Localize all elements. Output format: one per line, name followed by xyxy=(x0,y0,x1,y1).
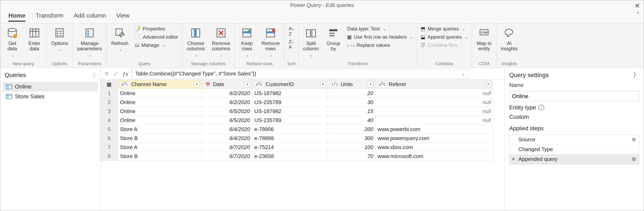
group-by-button[interactable]: Group by xyxy=(324,26,342,52)
split-column-button[interactable]: Split column⌄ xyxy=(302,26,320,58)
cell-date[interactable]: 6/4/2020 xyxy=(202,134,252,143)
row-number[interactable]: 3 xyxy=(100,107,118,116)
cell-referer[interactable]: www.microsoft.com xyxy=(376,152,493,161)
gear-icon[interactable]: ⚙ xyxy=(632,137,636,142)
cell-referer[interactable]: www.powerquery.com xyxy=(376,134,493,143)
cell-referer[interactable]: null xyxy=(376,89,493,98)
row-number[interactable]: 2 xyxy=(100,98,118,107)
properties-button[interactable]: 📝Properties xyxy=(134,26,179,32)
info-icon[interactable]: i xyxy=(538,105,544,110)
step-source[interactable]: Source ⚙ xyxy=(510,135,639,144)
ai-insights-button[interactable]: AI insights xyxy=(499,26,519,52)
row-number[interactable]: 6 xyxy=(100,134,118,143)
cell-customer-id[interactable]: e-23658 xyxy=(252,152,328,161)
cell-units[interactable]: 300 xyxy=(328,134,376,143)
table-row[interactable]: 8Store B6/7/2020e-2365870www.microsoft.c… xyxy=(100,152,493,161)
cell-units[interactable]: 40 xyxy=(328,116,376,125)
tab-view[interactable]: View xyxy=(116,12,129,22)
cell-date[interactable]: 6/7/2020 xyxy=(202,143,252,152)
expand-settings-icon[interactable]: 〉 xyxy=(633,71,639,79)
cell-customer-id[interactable]: e-75214 xyxy=(252,143,328,152)
merge-queries-button[interactable]: ⬒Merge queries⌄ xyxy=(420,26,469,32)
cell-customer-id[interactable]: e-78899 xyxy=(252,134,328,143)
filter-icon[interactable]: ▾ xyxy=(368,82,373,87)
row-number[interactable]: 1 xyxy=(100,89,118,98)
formula-dropdown-icon[interactable]: ⌄ xyxy=(462,71,465,76)
filter-icon[interactable]: ▾ xyxy=(194,82,200,87)
step-changed-type[interactable]: Changed Type xyxy=(510,144,639,154)
query-item-online[interactable]: Online xyxy=(3,82,98,92)
choose-columns-button[interactable]: Choose columns⌄ xyxy=(185,26,206,58)
column-header-referer[interactable]: ABC Referer▾ xyxy=(376,80,493,89)
replace-values-button[interactable]: ₁→₂Replace values xyxy=(346,42,414,48)
cell-customer-id[interactable]: US-187982 xyxy=(252,89,328,98)
cancel-formula-icon[interactable]: ✕ xyxy=(104,70,109,77)
sort-asc-button[interactable]: A↓Z xyxy=(288,26,295,37)
cell-customer-id[interactable]: US-187982 xyxy=(252,107,328,116)
manage-query-button[interactable]: 🗂Manage⌄ xyxy=(134,42,179,48)
table-row[interactable]: 2Online6/2/2020US-23578930null xyxy=(100,98,493,107)
cell-customer-id[interactable]: US-235789 xyxy=(252,116,328,125)
keep-rows-button[interactable]: Keep rows⌄ xyxy=(238,26,256,58)
cell-customer-id[interactable]: e-78956 xyxy=(252,125,328,134)
first-row-headers-button[interactable]: ▦Use first row as headers⌄ xyxy=(346,34,414,40)
data-grid[interactable]: ▦ ABC Channel Name▾ 📅 Date▾ ABC Customer… xyxy=(100,80,493,161)
options-button[interactable]: Options⌄ xyxy=(50,26,70,52)
manage-parameters-button[interactable]: Manage parameters⌄ xyxy=(76,26,104,58)
get-data-button[interactable]: Get data⌄ xyxy=(3,26,22,58)
column-header-customer-id[interactable]: ABC CustomerID▾ xyxy=(252,80,328,89)
cell-channel[interactable]: Online xyxy=(118,89,202,98)
table-row[interactable]: 7Store A6/7/2020e-75214100www.xbox.com xyxy=(100,143,493,152)
cell-channel[interactable]: Online xyxy=(118,107,202,116)
cell-units[interactable]: 100 xyxy=(328,143,376,152)
cell-date[interactable]: 6/5/2020 xyxy=(202,107,252,116)
table-row[interactable]: 1Online6/2/2020US-18798220null xyxy=(100,89,493,98)
cell-referer[interactable]: null xyxy=(376,116,493,125)
cell-channel[interactable]: Online xyxy=(118,116,202,125)
table-row[interactable]: 6Store B6/4/2020e-78899300www.powerquery… xyxy=(100,134,493,143)
cell-channel[interactable]: Store A xyxy=(118,125,202,134)
combine-files-button[interactable]: 🗐Combine files xyxy=(420,42,469,48)
cell-date[interactable]: 6/5/2020 xyxy=(202,116,252,125)
cell-channel[interactable]: Online xyxy=(118,98,202,107)
cell-referer[interactable]: null xyxy=(376,107,493,116)
cell-referer[interactable]: null xyxy=(376,98,493,107)
refresh-button[interactable]: Refresh⌄ xyxy=(110,26,130,52)
cell-referer[interactable]: www.powerbi.com xyxy=(376,125,493,134)
sort-desc-button[interactable]: Z↓A xyxy=(288,39,295,50)
query-item-store-sales[interactable]: Store Sales xyxy=(3,92,98,102)
column-header-units[interactable]: 123 Units▾ xyxy=(328,80,376,89)
data-type-button[interactable]: Data type: Text⌄ xyxy=(346,26,414,32)
cell-units[interactable]: 200 xyxy=(328,125,376,134)
tab-home[interactable]: Home xyxy=(8,12,25,22)
row-number[interactable]: 7 xyxy=(100,143,118,152)
column-header-date[interactable]: 📅 Date▾ xyxy=(202,80,252,89)
filter-icon[interactable]: ▾ xyxy=(486,82,491,87)
table-row[interactable]: 4Online6/5/2020US-23578940null xyxy=(100,116,493,125)
filter-icon[interactable]: ▾ xyxy=(245,82,250,87)
close-icon[interactable]: ✕ xyxy=(634,2,640,10)
commit-formula-icon[interactable]: ✓ xyxy=(113,70,118,77)
gear-icon[interactable]: ⚙ xyxy=(632,156,636,162)
cell-date[interactable]: 6/2/2020 xyxy=(202,89,252,98)
remove-columns-button[interactable]: Remove columns⌄ xyxy=(210,26,232,58)
ribbon-collapse-icon[interactable]: ˄ xyxy=(636,11,639,18)
tab-add-column[interactable]: Add column xyxy=(74,12,106,22)
tab-transform[interactable]: Transform xyxy=(36,12,64,22)
row-number[interactable]: 8 xyxy=(100,152,118,161)
filter-icon[interactable]: ▾ xyxy=(320,82,326,87)
formula-bar[interactable]: Table.Combine({#"Changed Type", #"Store … xyxy=(132,69,468,78)
fx-icon[interactable]: ƒx xyxy=(122,70,128,77)
cell-units[interactable]: 15 xyxy=(328,107,376,116)
cell-units[interactable]: 30 xyxy=(328,98,376,107)
table-row[interactable]: 5Store A6/4/2020e-78956200www.powerbi.co… xyxy=(100,125,493,134)
cell-channel[interactable]: Store B xyxy=(118,152,202,161)
column-header-channel-name[interactable]: ABC Channel Name▾ xyxy=(118,80,202,89)
remove-rows-button[interactable]: Remove rows⌄ xyxy=(260,26,281,58)
cell-customer-id[interactable]: US-235789 xyxy=(252,98,328,107)
collapse-queries-icon[interactable]: 〈 xyxy=(90,71,96,79)
step-appended-query[interactable]: ✕ Appended query ⚙ xyxy=(510,154,639,164)
append-queries-button[interactable]: ⬓Append queries⌄ xyxy=(420,34,469,40)
row-number[interactable]: 4 xyxy=(100,116,118,125)
cell-channel[interactable]: Store A xyxy=(118,143,202,152)
